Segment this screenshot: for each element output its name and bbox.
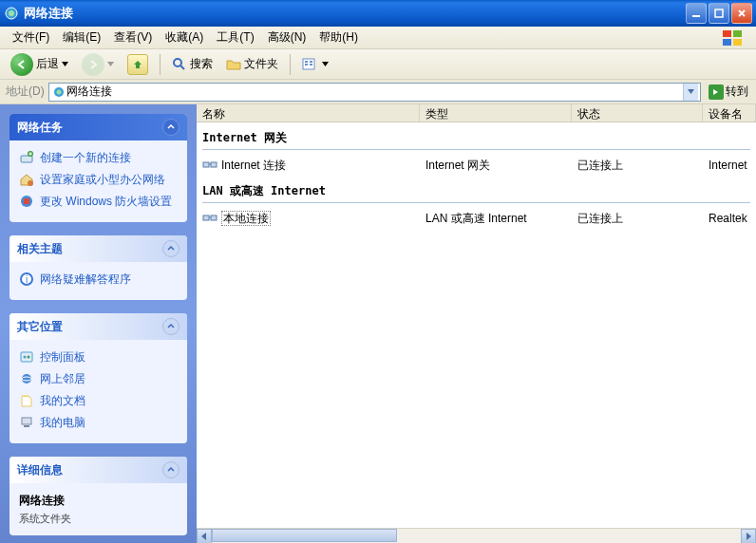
go-button[interactable]: 转到 [705, 83, 752, 102]
connection-row[interactable]: 本地连接LAN 或高速 Internet已连接上Realtek [197, 208, 756, 229]
svg-rect-4 [723, 30, 731, 37]
panel-head-related[interactable]: 相关主题 [9, 235, 187, 262]
group-header: LAN 或高速 Internet [197, 176, 756, 202]
menu-advanced[interactable]: 高级(N) [261, 28, 313, 47]
cell-status: 已连接上 [572, 209, 703, 229]
folders-label: 文件夹 [244, 56, 278, 72]
close-button[interactable] [731, 3, 752, 24]
forward-arrow-icon [82, 53, 104, 76]
maximize-button[interactable] [709, 3, 729, 24]
back-arrow-icon [10, 53, 33, 76]
link-label: 设置家庭或小型办公网络 [40, 172, 165, 188]
row-name: 本地连接 [221, 211, 271, 227]
column-headers: 名称 类型 状态 设备名 [197, 104, 756, 122]
sidebar-link[interactable]: 设置家庭或小型办公网络 [19, 169, 178, 191]
collapse-icon[interactable] [162, 119, 180, 136]
address-dropdown[interactable] [683, 84, 698, 101]
cell-name: Internet 连接 [197, 156, 420, 176]
svg-rect-12 [310, 61, 312, 63]
collapse-icon[interactable] [162, 240, 180, 257]
scroll-track[interactable] [212, 529, 741, 543]
up-button[interactable] [123, 52, 153, 77]
svg-point-25 [28, 356, 30, 359]
menu-tools[interactable]: 工具(T) [210, 28, 260, 47]
sidebar-link[interactable]: 我的文档 [19, 390, 178, 412]
svg-rect-2 [692, 15, 700, 17]
separator [160, 54, 161, 75]
connection-icon [202, 158, 217, 173]
menu-help[interactable]: 帮助(H) [312, 28, 365, 47]
connection-icon [202, 211, 217, 226]
svg-rect-20 [24, 198, 29, 204]
horizontal-scrollbar[interactable] [197, 528, 756, 543]
panel-network-tasks: 网络任务 创建一个新的连接设置家庭或小型办公网络更改 Windows 防火墙设置 [9, 114, 187, 222]
col-type[interactable]: 类型 [420, 104, 572, 122]
back-button[interactable]: 后退 [6, 51, 73, 78]
connection-row[interactable]: Internet 连接Internet 网关已连接上Internet [197, 155, 756, 176]
search-icon [172, 57, 187, 72]
svg-point-1 [9, 10, 14, 16]
svg-rect-31 [211, 162, 217, 167]
sidebar-link[interactable]: i网络疑难解答程序 [19, 269, 178, 290]
folders-button[interactable]: 文件夹 [221, 54, 283, 74]
go-label: 转到 [726, 84, 748, 100]
collapse-icon[interactable] [162, 461, 180, 478]
sidebar-link[interactable]: 创建一个新的连接 [19, 147, 178, 169]
minimize-button[interactable] [686, 3, 707, 24]
svg-rect-13 [310, 64, 312, 66]
address-icon [51, 84, 66, 100]
scroll-thumb[interactable] [212, 529, 397, 542]
dropdown-icon [62, 62, 68, 66]
neighbor-icon [19, 371, 34, 386]
views-icon [302, 57, 319, 72]
svg-rect-7 [733, 39, 742, 46]
dropdown-icon [322, 62, 329, 66]
panel-details: 详细信息 网络连接 系统文件夹 [9, 457, 187, 535]
scroll-left-button[interactable] [197, 529, 212, 543]
detail-type: 系统文件夹 [19, 512, 178, 526]
row-name: Internet 连接 [221, 158, 286, 174]
search-button[interactable]: 搜索 [167, 54, 217, 74]
cpanel-icon [19, 349, 34, 365]
window-title: 网络连接 [24, 5, 686, 22]
col-name[interactable]: 名称 [197, 104, 420, 122]
forward-button[interactable] [77, 51, 119, 78]
menu-edit[interactable]: 编辑(E) [56, 28, 107, 47]
svg-rect-29 [24, 425, 29, 427]
folder-icon [226, 57, 241, 72]
menu-file[interactable]: 文件(F) [6, 28, 56, 47]
panel-related: 相关主题 i网络疑难解答程序 [9, 235, 187, 300]
computer-icon [19, 415, 34, 430]
panel-head-details[interactable]: 详细信息 [9, 457, 187, 483]
panel-head-other[interactable]: 其它位置 [9, 313, 187, 340]
collapse-icon[interactable] [162, 318, 180, 335]
col-status[interactable]: 状态 [572, 104, 703, 122]
scroll-right-button[interactable] [741, 529, 756, 543]
separator [290, 54, 291, 75]
address-input[interactable]: 网络连接 [48, 83, 701, 102]
cell-type: Internet 网关 [420, 156, 572, 176]
menu-view[interactable]: 查看(V) [107, 28, 159, 47]
new-conn-icon [19, 150, 34, 165]
group-header: Internet 网关 [197, 122, 756, 149]
windows-flag-icon [714, 28, 750, 48]
toolbar: 后退 搜索 文件夹 [0, 49, 756, 80]
panel-other-places: 其它位置 控制面板网上邻居我的文档我的电脑 [9, 313, 187, 443]
svg-rect-6 [723, 39, 731, 46]
cell-device: Internet [703, 157, 756, 174]
go-arrow-icon [709, 84, 724, 100]
svg-rect-33 [211, 215, 217, 220]
sidebar-link[interactable]: 更改 Windows 防火墙设置 [19, 191, 178, 213]
views-button[interactable] [297, 55, 333, 74]
folder-up-icon [127, 54, 148, 75]
sidebar-link[interactable]: 控制面板 [19, 346, 178, 368]
col-device[interactable]: 设备名 [703, 104, 756, 122]
dropdown-icon [107, 62, 114, 66]
svg-rect-9 [303, 59, 314, 69]
menu-favorites[interactable]: 收藏(A) [159, 28, 210, 47]
sidebar-link[interactable]: 网上邻居 [19, 368, 178, 390]
docs-icon [19, 393, 34, 408]
panel-head-tasks[interactable]: 网络任务 [9, 114, 187, 140]
sidebar-link[interactable]: 我的电脑 [19, 412, 178, 434]
svg-rect-28 [22, 418, 31, 424]
